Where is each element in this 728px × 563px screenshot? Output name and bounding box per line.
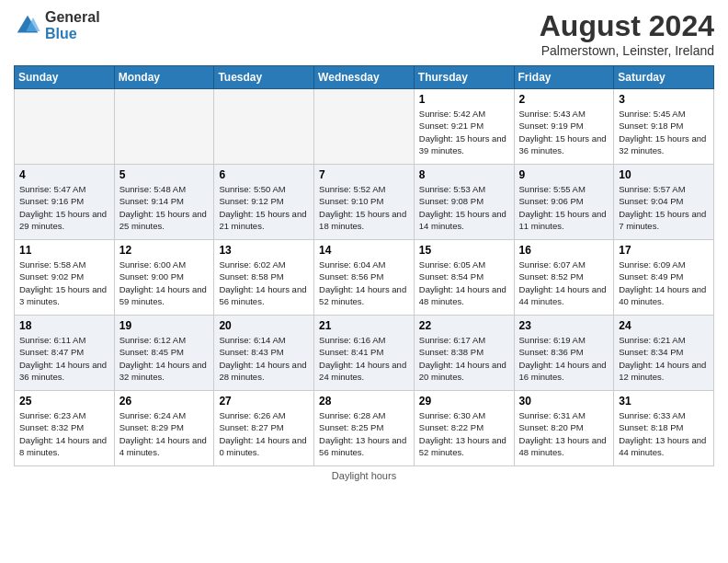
calendar-week-3: 11 Sunrise: 5:58 AMSunset: 9:02 PMDaylig…	[15, 240, 714, 316]
day-number: 29	[419, 395, 509, 408]
month-year: August 2024	[540, 9, 714, 43]
day-number: 18	[19, 319, 109, 332]
logo-text: General Blue	[45, 9, 100, 41]
day-info: Sunrise: 6:14 AMSunset: 8:43 PMDaylight:…	[219, 335, 306, 382]
day-number: 9	[519, 168, 609, 181]
day-number: 11	[19, 244, 109, 257]
day-number: 24	[619, 319, 709, 332]
day-number: 3	[619, 93, 709, 106]
col-thursday: Thursday	[414, 66, 514, 89]
col-sunday: Sunday	[15, 66, 115, 89]
calendar-cell: 1 Sunrise: 5:42 AMSunset: 9:21 PMDayligh…	[414, 89, 514, 165]
logo-blue: Blue	[45, 26, 100, 42]
calendar-cell: 6 Sunrise: 5:50 AMSunset: 9:12 PMDayligh…	[214, 165, 314, 240]
page: General Blue August 2024 Palmerstown, Le…	[0, 0, 728, 563]
logo-general: General	[45, 9, 100, 26]
day-info: Sunrise: 6:09 AMSunset: 8:49 PMDaylight:…	[619, 259, 706, 306]
calendar-cell: 7 Sunrise: 5:52 AMSunset: 9:10 PMDayligh…	[314, 165, 415, 240]
calendar-cell	[15, 89, 115, 165]
day-number: 31	[619, 395, 709, 408]
day-info: Sunrise: 5:52 AMSunset: 9:10 PMDaylight:…	[319, 184, 406, 231]
col-saturday: Saturday	[614, 66, 714, 89]
calendar-cell: 18 Sunrise: 6:11 AMSunset: 8:47 PMDaylig…	[15, 316, 115, 391]
col-monday: Monday	[114, 66, 214, 89]
calendar-cell: 12 Sunrise: 6:00 AMSunset: 9:00 PMDaylig…	[114, 240, 214, 316]
calendar-cell: 9 Sunrise: 5:55 AMSunset: 9:06 PMDayligh…	[514, 165, 614, 240]
day-number: 8	[419, 168, 509, 181]
day-info: Sunrise: 6:23 AMSunset: 8:32 PMDaylight:…	[19, 410, 107, 457]
day-number: 10	[619, 168, 709, 181]
calendar-cell: 27 Sunrise: 6:26 AMSunset: 8:27 PMDaylig…	[214, 391, 314, 466]
calendar-cell: 17 Sunrise: 6:09 AMSunset: 8:49 PMDaylig…	[614, 240, 714, 316]
col-tuesday: Tuesday	[214, 66, 314, 89]
day-info: Sunrise: 6:19 AMSunset: 8:36 PMDaylight:…	[519, 335, 607, 382]
day-info: Sunrise: 6:21 AMSunset: 8:34 PMDaylight:…	[619, 335, 706, 382]
day-number: 13	[219, 244, 309, 257]
calendar-cell: 28 Sunrise: 6:28 AMSunset: 8:25 PMDaylig…	[314, 391, 415, 466]
col-wednesday: Wednesday	[314, 66, 415, 89]
day-info: Sunrise: 6:05 AMSunset: 8:54 PMDaylight:…	[419, 259, 506, 306]
day-info: Sunrise: 6:16 AMSunset: 8:41 PMDaylight:…	[319, 335, 406, 382]
logo: General Blue	[14, 9, 100, 41]
day-info: Sunrise: 6:04 AMSunset: 8:56 PMDaylight:…	[319, 259, 406, 306]
day-info: Sunrise: 6:26 AMSunset: 8:27 PMDaylight:…	[219, 410, 306, 457]
day-number: 21	[319, 319, 409, 332]
calendar-cell: 21 Sunrise: 6:16 AMSunset: 8:41 PMDaylig…	[314, 316, 415, 391]
calendar-week-4: 18 Sunrise: 6:11 AMSunset: 8:47 PMDaylig…	[15, 316, 714, 391]
calendar-cell: 11 Sunrise: 5:58 AMSunset: 9:02 PMDaylig…	[15, 240, 115, 316]
header-row: Sunday Monday Tuesday Wednesday Thursday…	[15, 66, 714, 89]
day-number: 12	[119, 244, 210, 257]
day-number: 25	[19, 395, 109, 408]
day-info: Sunrise: 6:24 AMSunset: 8:29 PMDaylight:…	[119, 410, 207, 457]
calendar-cell: 29 Sunrise: 6:30 AMSunset: 8:22 PMDaylig…	[414, 391, 514, 466]
footer: Daylight hours	[14, 470, 714, 481]
calendar-cell: 14 Sunrise: 6:04 AMSunset: 8:56 PMDaylig…	[314, 240, 415, 316]
day-number: 7	[319, 168, 409, 181]
calendar-table: Sunday Monday Tuesday Wednesday Thursday…	[14, 65, 714, 466]
day-info: Sunrise: 6:11 AMSunset: 8:47 PMDaylight:…	[19, 335, 107, 382]
day-info: Sunrise: 6:02 AMSunset: 8:58 PMDaylight:…	[219, 259, 306, 306]
day-number: 2	[519, 93, 609, 106]
day-number: 14	[319, 244, 409, 257]
day-info: Sunrise: 6:17 AMSunset: 8:38 PMDaylight:…	[419, 335, 506, 382]
day-number: 6	[219, 168, 309, 181]
day-info: Sunrise: 5:47 AMSunset: 9:16 PMDaylight:…	[19, 184, 107, 231]
day-number: 28	[319, 395, 409, 408]
calendar-cell: 26 Sunrise: 6:24 AMSunset: 8:29 PMDaylig…	[114, 391, 214, 466]
day-info: Sunrise: 6:12 AMSunset: 8:45 PMDaylight:…	[119, 335, 207, 382]
day-info: Sunrise: 5:48 AMSunset: 9:14 PMDaylight:…	[119, 184, 207, 231]
day-number: 30	[519, 395, 609, 408]
day-info: Sunrise: 6:00 AMSunset: 9:00 PMDaylight:…	[119, 259, 207, 306]
day-info: Sunrise: 6:28 AMSunset: 8:25 PMDaylight:…	[319, 410, 406, 457]
calendar-cell: 31 Sunrise: 6:33 AMSunset: 8:18 PMDaylig…	[614, 391, 714, 466]
day-number: 15	[419, 244, 509, 257]
day-info: Sunrise: 6:30 AMSunset: 8:22 PMDaylight:…	[419, 410, 506, 457]
day-number: 5	[119, 168, 210, 181]
day-info: Sunrise: 5:53 AMSunset: 9:08 PMDaylight:…	[419, 184, 506, 231]
day-info: Sunrise: 5:45 AMSunset: 9:18 PMDaylight:…	[619, 109, 706, 155]
day-info: Sunrise: 6:31 AMSunset: 8:20 PMDaylight:…	[519, 410, 607, 457]
day-info: Sunrise: 6:33 AMSunset: 8:18 PMDaylight:…	[619, 410, 706, 457]
day-number: 1	[419, 93, 509, 106]
day-number: 16	[519, 244, 609, 257]
day-info: Sunrise: 5:57 AMSunset: 9:04 PMDaylight:…	[619, 184, 706, 231]
calendar-cell	[314, 89, 415, 165]
day-number: 26	[119, 395, 210, 408]
day-info: Sunrise: 5:58 AMSunset: 9:02 PMDaylight:…	[19, 259, 107, 306]
calendar-cell: 22 Sunrise: 6:17 AMSunset: 8:38 PMDaylig…	[414, 316, 514, 391]
calendar-cell: 2 Sunrise: 5:43 AMSunset: 9:19 PMDayligh…	[514, 89, 614, 165]
header: General Blue August 2024 Palmerstown, Le…	[14, 9, 714, 58]
day-number: 20	[219, 319, 309, 332]
calendar-cell: 10 Sunrise: 5:57 AMSunset: 9:04 PMDaylig…	[614, 165, 714, 240]
day-info: Sunrise: 5:42 AMSunset: 9:21 PMDaylight:…	[419, 109, 506, 155]
day-number: 27	[219, 395, 309, 408]
calendar-cell: 16 Sunrise: 6:07 AMSunset: 8:52 PMDaylig…	[514, 240, 614, 316]
day-number: 4	[19, 168, 109, 181]
calendar-cell: 8 Sunrise: 5:53 AMSunset: 9:08 PMDayligh…	[414, 165, 514, 240]
logo-icon	[14, 12, 41, 40]
day-info: Sunrise: 5:43 AMSunset: 9:19 PMDaylight:…	[519, 109, 607, 155]
calendar-cell: 20 Sunrise: 6:14 AMSunset: 8:43 PMDaylig…	[214, 316, 314, 391]
calendar-cell	[214, 89, 314, 165]
location: Palmerstown, Leinster, Ireland	[540, 43, 714, 58]
col-friday: Friday	[514, 66, 614, 89]
